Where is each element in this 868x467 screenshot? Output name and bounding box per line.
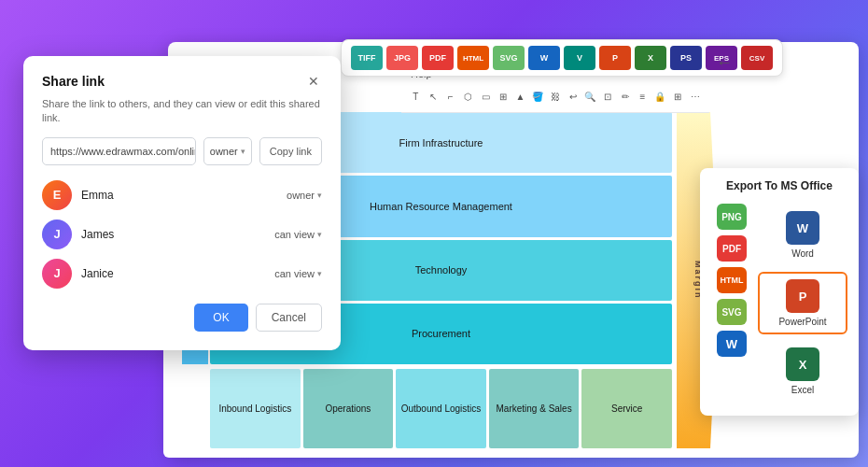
- user-name: Janice: [81, 267, 265, 280]
- user-role-select[interactable]: owner ▾: [287, 190, 322, 201]
- fmt-html[interactable]: HTML: [457, 46, 489, 70]
- user-role-select[interactable]: can view ▾: [274, 229, 322, 240]
- lock-icon[interactable]: 🔒: [653, 89, 667, 106]
- pdf-icon: PDF: [717, 235, 747, 262]
- fmt-pdf[interactable]: PDF: [422, 46, 454, 70]
- excel-icon: X: [786, 347, 819, 381]
- corner-icon[interactable]: ⌐: [443, 89, 457, 106]
- james-avatar: J: [42, 219, 72, 249]
- svg-icon: SVG: [717, 299, 747, 325]
- zoom-icon[interactable]: 🔍: [583, 89, 597, 106]
- link-row: https://www.edrawmax.com/online/fil owne…: [42, 137, 322, 165]
- export-html-item[interactable]: HTML: [711, 267, 752, 293]
- arrow-indicator: ←: [716, 53, 733, 73]
- marketing-sales-cell: Marketing & Sales: [489, 369, 580, 448]
- fmt-ppt[interactable]: P: [599, 46, 631, 70]
- user-name: James: [81, 228, 265, 241]
- user-name: Emma: [81, 189, 277, 202]
- png-icon: PNG: [717, 204, 747, 230]
- share-dialog: Share link ✕ Share the link to others, a…: [23, 56, 341, 350]
- service-cell: Service: [581, 369, 672, 448]
- dialog-subtitle: Share the link to others, and they can v…: [42, 97, 322, 126]
- link-role-select[interactable]: owner ▾: [203, 137, 252, 165]
- export-powerpoint-item[interactable]: P PowerPoint: [758, 272, 847, 334]
- align-icon[interactable]: ≡: [636, 89, 650, 106]
- export-word-item[interactable]: W Word: [758, 204, 847, 266]
- inbound-logistics-cell: Inbound Logistics: [210, 369, 301, 448]
- fill-icon[interactable]: 🪣: [531, 89, 545, 106]
- export-title: Export To MS Office: [711, 179, 847, 192]
- fmt-jpg[interactable]: JPG: [386, 46, 418, 70]
- operations-cell: Operations: [303, 369, 394, 448]
- fmt-excel[interactable]: X: [635, 46, 666, 70]
- user-row: J Janice can view ▾: [42, 259, 322, 289]
- fmt-visio[interactable]: V: [564, 46, 595, 70]
- export-png-item[interactable]: PNG: [711, 204, 752, 230]
- table-icon[interactable]: ⊞: [497, 89, 511, 106]
- avatar: E: [42, 180, 72, 210]
- powerpoint-icon: P: [786, 279, 819, 313]
- dialog-title: Share link: [42, 74, 105, 89]
- copy-link-button[interactable]: Copy link: [259, 137, 322, 165]
- toolbar-strip: T ↖ ⌐ ⬡ ▭ ⊞ ▲ 🪣 ⛓ ↩ 🔍 ⊡ ✏ ≡ 🔒 ⊞ ⋯: [401, 81, 709, 113]
- user-row: E Emma owner ▾: [42, 180, 322, 210]
- word-icon: W: [786, 211, 819, 245]
- grid-icon[interactable]: ⊞: [671, 89, 685, 106]
- word-label: Word: [791, 248, 814, 259]
- powerpoint-label: PowerPoint: [778, 317, 826, 327]
- emma-avatar: E: [42, 180, 72, 210]
- fmt-svg[interactable]: SVG: [493, 46, 525, 70]
- html-icon: HTML: [717, 267, 747, 293]
- rect-icon[interactable]: ▭: [479, 89, 493, 106]
- chart-icon[interactable]: ▲: [513, 89, 527, 106]
- user-row: J James can view ▾: [42, 219, 322, 249]
- export-svg-item[interactable]: SVG: [711, 299, 752, 325]
- export-panel: Export To MS Office PNG PDF HTML SVG W: [700, 168, 859, 416]
- chevron-down-icon: ▾: [317, 269, 322, 278]
- dialog-actions: OK Cancel: [42, 304, 322, 332]
- fmt-word[interactable]: W: [528, 46, 560, 70]
- more-icon[interactable]: ⋯: [688, 89, 702, 106]
- dialog-header: Share link ✕: [42, 73, 322, 90]
- export-word2-item[interactable]: W: [711, 331, 752, 357]
- link-input[interactable]: https://www.edrawmax.com/online/fil: [42, 137, 196, 165]
- close-button[interactable]: ✕: [305, 73, 322, 90]
- janice-avatar: J: [42, 259, 72, 289]
- cursor-icon[interactable]: ↖: [427, 89, 441, 106]
- avatar: J: [42, 259, 72, 289]
- group-icon[interactable]: ⊡: [601, 89, 615, 106]
- avatar: J: [42, 219, 72, 249]
- fmt-tiff[interactable]: TIFF: [351, 46, 383, 70]
- export-excel-item[interactable]: X Excel: [758, 340, 847, 403]
- ok-button[interactable]: OK: [194, 304, 247, 332]
- fmt-ps[interactable]: PS: [670, 46, 702, 70]
- outbound-logistics-cell: Outbound Logistics: [396, 369, 486, 448]
- cancel-button[interactable]: Cancel: [256, 304, 322, 332]
- angle-icon[interactable]: ↩: [566, 89, 580, 106]
- fmt-csv[interactable]: CSV: [741, 46, 773, 70]
- text-icon[interactable]: T: [409, 89, 423, 106]
- primary-activities-row: Inbound Logistics Operations Outbound Lo…: [210, 369, 672, 448]
- link-icon[interactable]: ⛓: [549, 89, 563, 106]
- chevron-down-icon: ▾: [241, 147, 245, 156]
- chevron-down-icon: ▾: [317, 230, 322, 239]
- user-role-select[interactable]: can view ▾: [274, 268, 322, 279]
- user-list: E Emma owner ▾ J James can view ▾ J Jani…: [42, 180, 322, 289]
- chevron-down-icon: ▾: [317, 191, 322, 200]
- export-pdf-item[interactable]: PDF: [711, 235, 752, 262]
- excel-label: Excel: [791, 385, 814, 395]
- shape-icon[interactable]: ⬡: [461, 89, 475, 106]
- word2-icon: W: [717, 331, 747, 357]
- pen-icon[interactable]: ✏: [618, 89, 632, 106]
